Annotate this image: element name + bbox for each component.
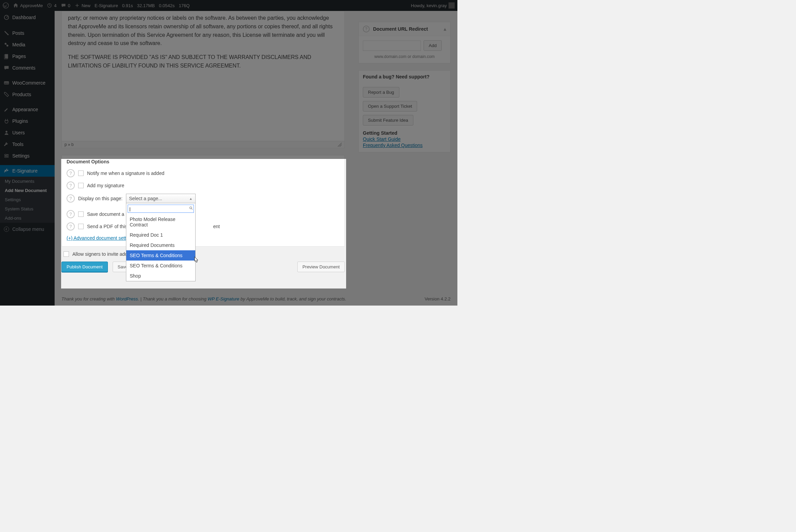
help-icon[interactable]: ? [67, 169, 75, 177]
sidebar-item-comments[interactable]: Comments [0, 62, 55, 74]
modal-dim-overlay [61, 289, 346, 306]
notify-label: Notify me when a signature is added [87, 171, 164, 176]
wp-logo-icon[interactable] [3, 2, 9, 9]
document-options-panel: Document Options ? Notify me when a sign… [61, 155, 345, 247]
advanced-settings-link[interactable]: (+) Advanced document settin [62, 233, 135, 246]
howdy-user[interactable]: Howdy, kevin.gray [411, 2, 455, 9]
add-signature-label: Add my signature [87, 183, 124, 188]
page-select-dropdown: Photo Model Release ContractRequired Doc… [126, 203, 196, 281]
sidebar-item-posts[interactable]: Posts [0, 27, 55, 39]
svg-point-9 [5, 131, 7, 133]
publish-document-button[interactable]: Publish Document [61, 262, 108, 272]
help-icon[interactable]: ? [67, 181, 75, 190]
redirect-url-input[interactable] [363, 41, 421, 51]
modal-dim-overlay [346, 159, 457, 306]
add-signature-checkbox[interactable] [78, 183, 84, 188]
avatar [449, 2, 455, 9]
stat-time: 0.91s [122, 3, 133, 8]
site-name[interactable]: ApproveMe [13, 3, 43, 8]
help-icon[interactable]: ? [67, 194, 75, 203]
sidebar-item-users[interactable]: Users [0, 127, 55, 138]
sidebar-item-woocommerce[interactable]: wooWooCommerce [0, 77, 55, 89]
notify-checkbox[interactable] [78, 171, 84, 176]
display-page-label: Display on this page: [78, 196, 123, 201]
stat-mem: 32.17MB [137, 3, 155, 8]
new-content[interactable]: New [74, 3, 90, 8]
add-redirect-button[interactable]: Add [424, 40, 442, 51]
page-select[interactable]: Select a page... ▲ Photo Model Release C… [126, 194, 196, 203]
open-ticket-button[interactable]: Open a Support Ticket [363, 101, 417, 112]
sidebar-item-dashboard[interactable]: Dashboard [0, 11, 55, 24]
dropdown-option[interactable]: Photo Model Release Contract [126, 214, 195, 230]
dropdown-search-input[interactable] [128, 205, 194, 213]
redirect-hint: www.domain.com or domain.com [363, 51, 446, 59]
allow-invite-label: Allow signers to invite additi [72, 251, 131, 257]
dropdown-option[interactable]: Required Documents [126, 240, 195, 250]
comments-count[interactable]: 0 [61, 3, 70, 8]
admin-bar: ApproveMe 4 0 New E-Signature 0.91s 32.1… [0, 0, 457, 11]
svg-text:woo: woo [4, 82, 9, 84]
svg-point-13 [5, 154, 6, 156]
sidebar-item-tools[interactable]: Tools [0, 138, 55, 150]
help-icon[interactable]: ? [363, 26, 370, 32]
stat-queries: 176Q [179, 3, 190, 8]
esig-menu[interactable]: E-Signature [95, 3, 118, 8]
page-select-display[interactable]: Select a page... ▲ [126, 194, 196, 203]
svg-point-14 [7, 155, 8, 157]
save-pdf-checkbox[interactable] [78, 211, 84, 217]
help-icon[interactable]: ? [67, 210, 75, 218]
support-panel: Found a bug? Need support? Report a Bug … [358, 70, 451, 152]
chevron-up-icon: ▲ [189, 197, 193, 201]
report-bug-button[interactable]: Report a Bug [363, 87, 399, 98]
dropdown-option[interactable]: Shop [126, 271, 195, 281]
svg-point-2 [8, 34, 9, 35]
svg-point-17 [190, 207, 192, 209]
support-title: Found a bug? Need support? [363, 74, 429, 79]
resize-handle-icon[interactable] [338, 143, 342, 147]
url-redirect-panel: ? Document URL Redirect ▴ Add www.domain… [358, 22, 451, 63]
dropdown-option[interactable]: Required Doc 1 [126, 230, 195, 240]
getting-started-heading: Getting Started [363, 130, 446, 136]
modal-dim-overlay [0, 159, 61, 306]
editor-element-path[interactable]: p » b [65, 142, 74, 147]
faq-link[interactable]: Frequently Asked Questions [363, 143, 446, 148]
editor-status-bar: p » b [62, 141, 344, 148]
feature-idea-button[interactable]: Submit Feature Idea [363, 115, 413, 125]
sidebar-item-appearance[interactable]: Appearance [0, 104, 55, 115]
document-options-title: Document Options [62, 156, 344, 167]
sidebar-item-plugins[interactable]: Plugins [0, 115, 55, 127]
save-pdf-label: Save document a [87, 211, 124, 217]
editor-paragraph[interactable]: THE SOFTWARE IS PROVIDED "AS IS" AND SUB… [68, 53, 338, 70]
svg-point-15 [5, 157, 6, 158]
sidebar-item-products[interactable]: Products [0, 89, 55, 100]
help-icon[interactable]: ? [67, 222, 75, 231]
cursor-icon [193, 256, 199, 264]
allow-invite-checkbox[interactable] [63, 251, 69, 257]
preview-document-button[interactable]: Preview Document [297, 262, 345, 272]
send-pdf-checkbox[interactable] [78, 224, 84, 229]
dropdown-option[interactable]: SEO Terms & Conditions [126, 261, 195, 271]
dropdown-option[interactable]: SEO Terms & Conditions [126, 250, 195, 261]
url-redirect-title: Document URL Redirect [373, 26, 428, 32]
sidebar-item-pages[interactable]: Pages [0, 50, 55, 62]
content-editor[interactable]: party; or remove any proprietary notices… [61, 11, 345, 148]
search-icon [189, 206, 193, 211]
sidebar-item-media[interactable]: Media [0, 39, 55, 50]
editor-paragraph[interactable]: party; or remove any proprietary notices… [68, 14, 338, 48]
panel-toggle-icon[interactable]: ▴ [444, 26, 446, 32]
stat-qtime: 0.0542s [159, 3, 174, 8]
updates-count[interactable]: 4 [47, 3, 56, 8]
quick-start-link[interactable]: Quick Start Guide [363, 136, 446, 142]
